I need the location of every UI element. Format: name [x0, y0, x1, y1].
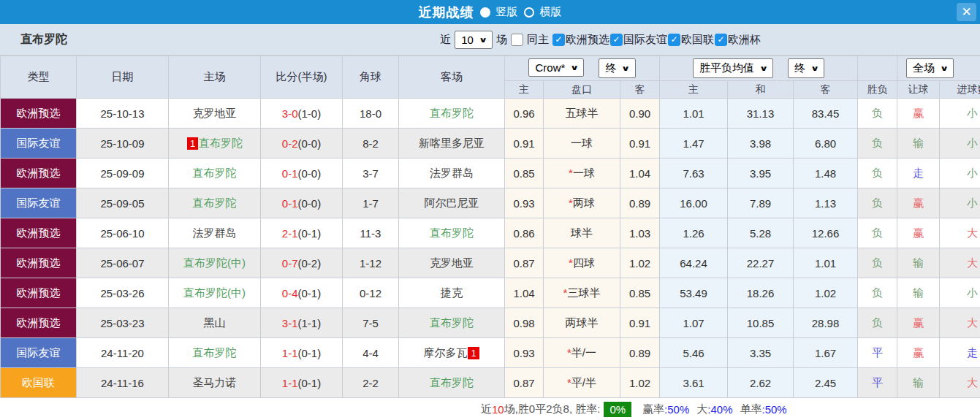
match-date: 25-03-23: [77, 308, 169, 338]
league-type-badge: 欧洲预选: [1, 278, 77, 308]
crow-home-odds: 0.93: [505, 188, 544, 218]
match-date: 24-11-20: [77, 338, 169, 368]
corners: 1-7: [343, 188, 399, 218]
league-type-badge: 欧洲预选: [1, 248, 77, 278]
team-label: 黑山: [204, 316, 226, 329]
match-score: 0-1(0-0): [261, 188, 343, 218]
red-card-badge: 1: [468, 347, 479, 359]
subcol-crow-away: 客: [620, 81, 660, 99]
goals-outcome: 小: [940, 188, 980, 218]
europe-draw-odds: 22.27: [728, 248, 794, 278]
match-row: 欧洲预选25-03-26直布罗陀(中)0-4(0-1)0-12捷克1.04*三球…: [1, 278, 980, 308]
corners: 2-2: [343, 368, 399, 398]
europe-home-odds: 1.47: [660, 129, 728, 159]
league-checkbox-1[interactable]: ✓: [610, 34, 623, 46]
corners: 11-3: [343, 218, 399, 248]
match-row: 欧洲预选25-06-07直布罗陀(中)0-7(0-2)1-12克罗地亚0.87*…: [1, 248, 980, 278]
star-marker: *: [567, 346, 571, 359]
corners: 1-12: [343, 248, 399, 278]
horizontal-layout-label[interactable]: 横版: [540, 5, 562, 19]
same-home-checkbox[interactable]: [511, 34, 523, 46]
team-label: 直布罗陀: [193, 167, 237, 179]
result-outcome: 负: [858, 308, 897, 338]
match-score: 0-2(0-0): [261, 129, 343, 159]
handicap-outcome: 走: [897, 159, 940, 188]
handicap-line: *平/半: [544, 368, 620, 398]
league-checkbox-0[interactable]: ✓: [552, 34, 565, 46]
crow-home-odds: 0.87: [505, 248, 544, 278]
team-label: 克罗地亚: [193, 107, 237, 119]
match-count-select[interactable]: 10 ∨: [455, 31, 493, 49]
europe-avg-value: 胜平负均值: [699, 61, 754, 75]
handicap-outcome: 输: [897, 368, 940, 398]
league-checkbox-label: 欧洲杯: [728, 33, 761, 47]
europe-period-select[interactable]: 终 ∨: [788, 58, 824, 78]
handicap-outcome: 输: [897, 278, 940, 308]
crow-home-odds: 1.04: [505, 278, 544, 308]
away-team: 直布罗陀: [399, 368, 505, 398]
team-label: 直布罗陀: [430, 107, 474, 119]
odds-company-select[interactable]: Crow* ∨: [528, 58, 584, 77]
result-outcome: 负: [858, 248, 897, 278]
crow-away-odds: 1.02: [620, 248, 660, 278]
star-marker: *: [569, 167, 573, 179]
half-time-score: (0-0): [298, 167, 322, 180]
home-team: 直布罗陀: [169, 159, 261, 188]
match-date: 24-11-16: [77, 368, 169, 398]
half-time-score: (0-1): [298, 347, 322, 359]
vertical-layout-label[interactable]: 竖版: [496, 5, 518, 19]
europe-home-odds: 7.63: [660, 159, 728, 188]
scope-value: 全场: [913, 61, 935, 75]
league-type-badge: 欧国联: [1, 368, 77, 398]
league-checkbox-label: 国际友谊: [623, 33, 667, 47]
star-marker: *: [569, 256, 573, 269]
match-row: 欧洲预选25-03-23黑山3-1(1-1)7-5直布罗陀0.98两球半0.91…: [1, 308, 980, 338]
result-outcome: 负: [858, 99, 897, 129]
goals-outcome: 小: [940, 159, 980, 188]
close-icon[interactable]: ✕: [957, 3, 976, 21]
col-corner: 角球: [343, 56, 399, 99]
league-checkbox-2[interactable]: ✓: [668, 34, 680, 46]
vertical-layout-radio[interactable]: [480, 7, 490, 18]
match-date: 25-09-05: [77, 188, 169, 218]
league-checkbox-3[interactable]: ✓: [715, 34, 727, 46]
away-team: 阿尔巴尼亚: [399, 188, 505, 218]
europe-home-odds: 53.49: [660, 278, 728, 308]
check-icon: ✓: [670, 34, 677, 45]
home-team: 圣马力诺: [169, 368, 261, 398]
match-row: 欧洲预选25-10-13克罗地亚3-0(1-0)18-0直布罗陀0.96五球半0…: [1, 99, 980, 129]
scope-select[interactable]: 全场 ∨: [906, 58, 954, 78]
europe-draw-odds: 3.35: [728, 338, 794, 368]
match-score: 3-1(1-1): [261, 308, 343, 338]
crow-away-odds: 0.85: [620, 278, 660, 308]
summary-bar: 近 10 场,胜0平2负8, 胜率: 0% 赢率 :50% 大 :40% 单率 …: [0, 398, 980, 420]
crow-away-odds: 1.04: [620, 159, 660, 188]
home-team: 法罗群岛: [169, 218, 261, 248]
goals-outcome: 大: [940, 248, 980, 278]
subcol-result: 胜负: [858, 81, 897, 99]
horizontal-layout-radio[interactable]: [524, 7, 534, 18]
league-checkbox-label: 欧洲预选: [566, 33, 609, 47]
summary-record: 场,胜0平2负8, 胜率:: [504, 402, 601, 416]
corners: 8-2: [343, 129, 399, 159]
chevron-down-icon: ∨: [759, 64, 768, 72]
europe-avg-select[interactable]: 胜平负均值 ∨: [693, 58, 773, 78]
odds-period-select[interactable]: 终 ∨: [599, 58, 635, 78]
team-label: 直布罗陀: [193, 346, 237, 359]
chevron-down-icon: ∨: [810, 64, 819, 72]
team-label: 圣马力诺: [193, 376, 237, 389]
half-time-score: (1-0): [298, 107, 322, 120]
subcol-eu-away: 客: [794, 81, 858, 99]
europe-away-odds: 6.80: [794, 129, 858, 159]
corners: 7-5: [343, 308, 399, 338]
league-type-badge: 国际友谊: [1, 188, 77, 218]
away-team: 摩尔多瓦1: [399, 338, 505, 368]
team-label: 捷克: [441, 286, 463, 299]
team-label: 摩尔多瓦: [423, 346, 467, 359]
match-rows: 欧洲预选25-10-13克罗地亚3-0(1-0)18-0直布罗陀0.96五球半0…: [1, 99, 980, 398]
half-time-score: (0-0): [298, 137, 322, 150]
games-label: 场: [496, 33, 507, 47]
goals-outcome: 大: [940, 218, 980, 248]
match-score: 0-1(0-0): [261, 159, 343, 188]
match-score: 1-1(0-1): [261, 368, 343, 398]
